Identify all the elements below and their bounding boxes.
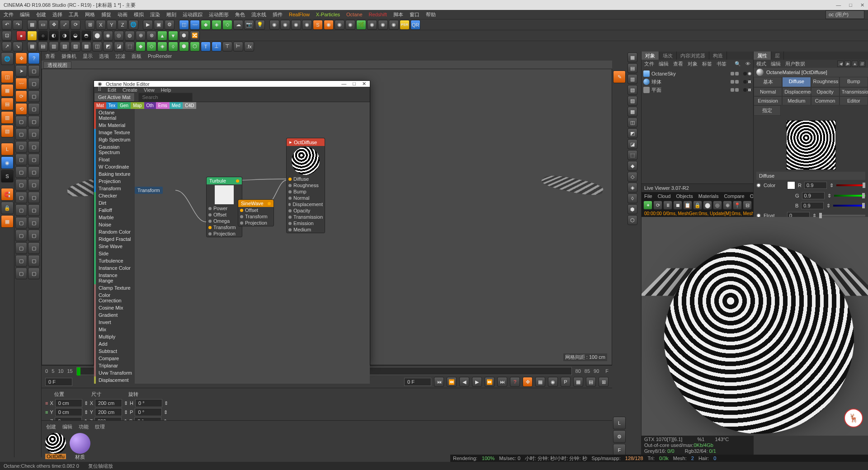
tool-icon[interactable]: ◇ [146,42,156,52]
list-item[interactable]: Dirt [94,199,135,207]
tool[interactable]: ▢ [28,192,40,203]
tool[interactable]: ◩ [627,128,637,138]
list-item[interactable]: Color Correction [94,291,135,304]
pos-x[interactable]: 0 cm [55,399,82,407]
node-transform[interactable]: Transform [135,187,163,194]
frame-current[interactable]: 0 F [404,378,431,386]
tool-icon[interactable]: ⬢ [179,42,189,52]
tab-attributes[interactable]: 属性 [754,52,771,60]
tool[interactable]: ▩ [627,107,637,117]
tool[interactable]: ▢ [15,141,27,153]
octane-icon[interactable]: S [313,20,323,30]
undo-icon[interactable]: ↶ [2,20,12,30]
tab-objects[interactable]: 对象 [642,52,659,60]
tool-icon[interactable]: T [201,42,211,52]
tool-icon[interactable]: ⊢ [233,42,243,52]
tool-icon[interactable]: L [1,143,14,155]
scale-icon[interactable]: ⤢ [60,20,70,30]
tool[interactable]: ▤ [627,63,637,73]
list-item[interactable]: Ridged Fractal [94,235,135,243]
layout-dropdown[interactable]: oc (用户) [826,10,864,19]
tool[interactable]: ▢ [28,65,40,77]
select-rect-icon[interactable]: ▭ [38,20,48,30]
deformer-icon[interactable]: ◇ [222,20,232,30]
tool[interactable]: ◊ [627,193,637,203]
tool[interactable]: ◪ [627,139,637,149]
list-item[interactable]: Random Color [94,228,135,235]
tool-icon[interactable]: ▧ [60,42,70,52]
tool[interactable]: ▢ [15,217,27,229]
tool[interactable]: ⬚ [627,150,637,160]
goto-end-icon[interactable]: ⏭ [497,377,507,387]
min-icon[interactable]: — [836,2,841,8]
select-live-icon[interactable]: ▦ [27,20,37,30]
plugin-icon[interactable]: ◉ [378,20,388,30]
list-item[interactable]: Cosine Mix [94,304,135,311]
cat-ems[interactable]: Ems [156,102,170,109]
cube-icon[interactable]: ◫ [1,70,14,83]
move-arrows-icon[interactable]: ✥ [15,52,27,64]
plugin-icon[interactable]: ◉ [389,20,399,30]
list-item[interactable]: Falloff [94,207,135,214]
list-item[interactable]: Triplanar [94,362,135,369]
tool[interactable]: ▨ [627,96,637,106]
tool[interactable]: ▢ [15,268,27,279]
tool[interactable]: ▢ [15,166,27,178]
get-active-mat-button[interactable]: Get Active Mat [94,93,135,102]
help-icon[interactable]: ? [510,377,520,387]
tool-icon[interactable]: ⊤ [222,42,232,52]
tool-icon[interactable]: ⬚ [125,42,135,52]
xp-icon[interactable]: 🌿 [356,20,366,30]
tool[interactable]: ▢ [15,179,27,191]
render-icon[interactable]: ▶ [143,20,153,30]
tool[interactable]: ▢ [28,217,40,229]
tool-icon[interactable]: ▦ [573,377,583,387]
tool-icon[interactable]: ◑ [60,31,70,41]
tool-icon[interactable]: ◎ [114,31,124,41]
tab-takes[interactable]: 场次 [659,52,677,60]
target-icon[interactable]: ⊕ [723,201,732,210]
r-field[interactable]: 0.9 [804,182,827,189]
tool[interactable]: ▢ [28,242,40,254]
list-item[interactable]: Mix Material [94,122,135,129]
g-field[interactable]: 0.9 [802,192,825,199]
tool-icon[interactable]: ◓ [81,31,91,41]
shuffle-icon[interactable]: 🔀 [190,31,200,41]
render-settings-icon[interactable]: ⚙ [165,20,175,30]
lock-icon[interactable]: 🔒 [693,201,702,210]
list-item[interactable]: Rgb Spectrum [94,136,135,143]
node-sinewave[interactable]: SineWave Offset Transform Projection [238,199,274,226]
tool-icon[interactable]: ◊ [168,42,178,52]
tool[interactable]: ▢ [15,242,27,254]
material-item[interactable]: OctDiffu [45,433,66,461]
material-item[interactable]: 材质 [70,433,90,461]
magnet-icon[interactable]: 🧲 [1,188,14,201]
material-preview[interactable] [786,120,836,170]
color-radio[interactable] [756,183,761,188]
btn[interactable]: ⊞ [85,20,95,30]
tool-icon[interactable]: ▩ [81,42,91,52]
tool[interactable]: ▢ [15,154,27,165]
tool-icon[interactable]: ⊞ [599,377,609,387]
plugin-icon[interactable]: ◉ [269,20,279,30]
tab-diffuse[interactable]: Diffuse [782,77,811,87]
ptr-icon[interactable]: ➤ [15,65,27,77]
stop-icon[interactable]: ⏹ [673,201,682,210]
qr-icon[interactable]: QR [410,20,420,30]
tab-roughness[interactable]: Roughness [811,77,840,87]
tool[interactable]: ▥ [627,74,637,84]
tool[interactable]: ⬢ [627,204,637,214]
frame-start[interactable]: 0 F [45,378,72,386]
tab-bump[interactable]: Bump [840,77,868,87]
cat-med[interactable]: Med [170,102,183,109]
play-icon[interactable]: ▶ [472,377,482,387]
redo-icon[interactable]: ↷ [13,20,23,30]
b-field[interactable]: 0.9 [801,202,824,209]
sphere-icon[interactable]: ⬤ [703,201,712,210]
tool[interactable]: ▢ [28,141,40,153]
tab-transmission[interactable]: Transmission [840,87,868,96]
tool[interactable]: ▢ [28,128,40,140]
list-item[interactable]: Subtract [94,348,135,355]
list-item[interactable]: Image Texture [94,129,135,136]
cube-icon[interactable]: ◫ [179,20,189,30]
